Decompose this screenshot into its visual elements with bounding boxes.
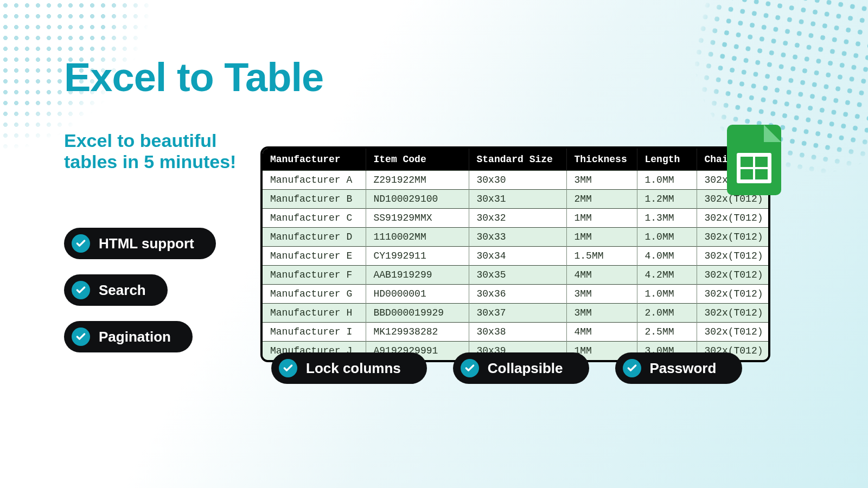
- table-cell: 4MM: [566, 266, 637, 285]
- table-cell: 1.5MM: [566, 247, 637, 266]
- table-cell: SS91929MMX: [366, 209, 469, 228]
- table-cell: HD0000001: [366, 285, 469, 304]
- table-cell: 4.0MM: [637, 247, 697, 266]
- table-cell: 1110002MM: [366, 228, 469, 247]
- table-row: Manufacturer D1110002MM30x331MM1.0MM302x…: [263, 228, 770, 247]
- table-cell: 30x34: [469, 247, 566, 266]
- feature-label: HTML support: [99, 235, 194, 252]
- col-header-standard-size[interactable]: Standard Size: [469, 149, 566, 171]
- table-cell: 30x37: [469, 304, 566, 323]
- table-cell: 3MM: [566, 285, 637, 304]
- page-subtitle: Excel to beautiful tables in 5 minutes!: [64, 130, 248, 172]
- table-cell: 30x36: [469, 285, 566, 304]
- table-row: Manufacturer AZ291922MM30x303MM1.0MM302x…: [263, 171, 770, 190]
- table-cell: 2MM: [566, 190, 637, 209]
- check-icon: [72, 281, 90, 299]
- table-cell: 302x(T012): [697, 247, 770, 266]
- feature-pill-lock-columns: Lock columns: [271, 352, 427, 384]
- table-cell: 302x(T012): [697, 266, 770, 285]
- table-cell: 302x(T012): [697, 304, 770, 323]
- table-cell: 3MM: [566, 304, 637, 323]
- table-cell: 1.2MM: [637, 190, 697, 209]
- table-cell: Manufacturer I: [263, 323, 366, 342]
- table-cell: 302x(T012): [697, 285, 770, 304]
- table-cell: ND100029100: [366, 190, 469, 209]
- data-table-card: Manufacturer Item Code Standard Size Thi…: [260, 146, 770, 362]
- table-cell: Z291922MM: [366, 171, 469, 190]
- col-header-length[interactable]: Length: [637, 149, 697, 171]
- table-cell: 1.3MM: [637, 209, 697, 228]
- table-row: Manufacturer HBBD00001992930x373MM2.0MM3…: [263, 304, 770, 323]
- google-sheets-icon: [727, 125, 781, 195]
- feature-label: Lock columns: [306, 360, 401, 377]
- table-cell: 302x(T012): [697, 228, 770, 247]
- table-body: Manufacturer AZ291922MM30x303MM1.0MM302x…: [263, 171, 770, 361]
- table-cell: 30x33: [469, 228, 566, 247]
- table-cell: Manufacturer D: [263, 228, 366, 247]
- table-cell: Manufacturer F: [263, 266, 366, 285]
- table-cell: Manufacturer H: [263, 304, 366, 323]
- table-cell: BBD000019929: [366, 304, 469, 323]
- check-icon: [279, 359, 297, 377]
- feature-pill-pagination: Pagination: [64, 321, 193, 352]
- feature-label: Collapsible: [488, 360, 563, 377]
- table-cell: 30x35: [469, 266, 566, 285]
- table-row: Manufacturer ECY199291130x341.5MM4.0MM30…: [263, 247, 770, 266]
- feature-pill-search: Search: [64, 274, 168, 306]
- check-icon: [72, 328, 90, 346]
- table-cell: 1.0MM: [637, 285, 697, 304]
- check-icon: [461, 359, 479, 377]
- sheets-fold-corner: [764, 125, 781, 142]
- bottom-feature-list: Lock columns Collapsible Password: [271, 352, 742, 384]
- table-row: Manufacturer FAAB191929930x354MM4.2MM302…: [263, 266, 770, 285]
- table-cell: 1MM: [566, 209, 637, 228]
- check-icon: [72, 234, 90, 253]
- table-cell: 30x31: [469, 190, 566, 209]
- table-cell: 4.2MM: [637, 266, 697, 285]
- feature-label: Search: [99, 282, 146, 299]
- table-cell: 30x38: [469, 323, 566, 342]
- table-row: Manufacturer IMK12993828230x384MM2.5MM30…: [263, 323, 770, 342]
- col-header-item-code[interactable]: Item Code: [366, 149, 469, 171]
- table-cell: Manufacturer C: [263, 209, 366, 228]
- feature-pill-html-support: HTML support: [64, 228, 216, 259]
- check-icon: [623, 359, 641, 377]
- table-cell: MK129938282: [366, 323, 469, 342]
- table-row: Manufacturer BND10002910030x312MM1.2MM30…: [263, 190, 770, 209]
- table-cell: 1.0MM: [637, 228, 697, 247]
- feature-pill-collapsible: Collapsible: [453, 352, 589, 384]
- table-cell: 30x30: [469, 171, 566, 190]
- table-cell: AAB1919299: [366, 266, 469, 285]
- feature-label: Password: [650, 360, 717, 377]
- page-title: Excel to Table: [64, 54, 323, 100]
- table-cell: CY1992911: [366, 247, 469, 266]
- col-header-thickness[interactable]: Thickness: [566, 149, 637, 171]
- table-cell: 1.0MM: [637, 171, 697, 190]
- table-cell: 4MM: [566, 323, 637, 342]
- feature-pill-password: Password: [615, 352, 743, 384]
- table-row: Manufacturer GHD000000130x363MM1.0MM302x…: [263, 285, 770, 304]
- table-cell: Manufacturer B: [263, 190, 366, 209]
- col-header-manufacturer[interactable]: Manufacturer: [263, 149, 366, 171]
- table-cell: 302x(T012): [697, 323, 770, 342]
- table-cell: Manufacturer G: [263, 285, 366, 304]
- table-cell: 3MM: [566, 171, 637, 190]
- table-cell: 2.5MM: [637, 323, 697, 342]
- table-cell: Manufacturer A: [263, 171, 366, 190]
- table-row: Manufacturer CSS91929MMX30x321MM1.3MM302…: [263, 209, 770, 228]
- sheets-grid-icon: [737, 153, 771, 183]
- side-feature-list: HTML support Search Pagination: [64, 228, 216, 352]
- feature-label: Pagination: [99, 329, 171, 345]
- table-header-row: Manufacturer Item Code Standard Size Thi…: [263, 149, 770, 171]
- table-cell: 30x32: [469, 209, 566, 228]
- table-cell: 1MM: [566, 228, 637, 247]
- table-cell: Manufacturer E: [263, 247, 366, 266]
- table-cell: 302x(T012): [697, 209, 770, 228]
- table-cell: 2.0MM: [637, 304, 697, 323]
- data-table: Manufacturer Item Code Standard Size Thi…: [263, 149, 770, 360]
